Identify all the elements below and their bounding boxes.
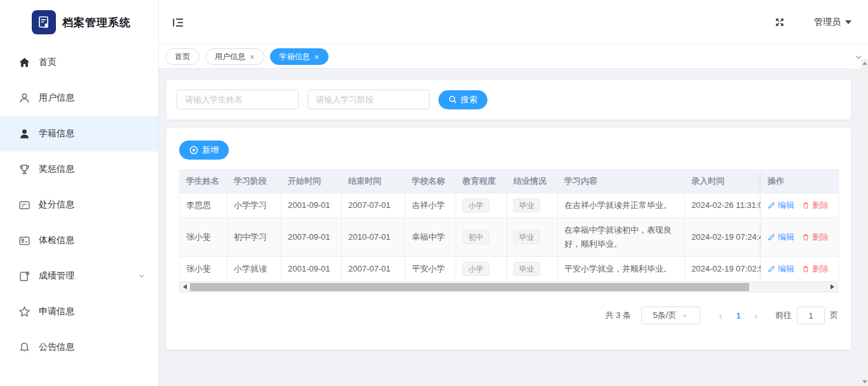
cell-start-date: 2001-09-01 <box>281 257 342 282</box>
sidebar-item-users[interactable]: 用户信息 <box>0 80 158 116</box>
trash-icon <box>802 233 810 241</box>
sidebar-item-announcements[interactable]: 公告信息 <box>0 329 158 365</box>
records-table: 学生姓名 学习阶段 开始时间 结束时间 学校名称 教育程度 结业情况 学习内容 … <box>179 169 839 282</box>
scroll-down-arrow-icon[interactable] <box>862 380 867 383</box>
sidebar-menu: 首页 用户信息 学籍信息 奖惩信息 处分信息 体检信息 <box>0 45 158 386</box>
table-header-row: 学生姓名 学习阶段 开始时间 结束时间 学校名称 教育程度 结业情况 学习内容 … <box>180 170 839 193</box>
page-size-value: 5条/页 <box>653 310 677 321</box>
prev-page-button[interactable]: ‹ <box>712 307 729 324</box>
edit-button[interactable]: 编辑 <box>768 230 794 244</box>
completion-tag: 毕业 <box>513 198 540 212</box>
scroll-up-arrow-icon[interactable] <box>862 62 867 65</box>
tab-user-info[interactable]: 用户信息 × <box>205 48 264 65</box>
education-level-tag: 小学 <box>463 262 489 276</box>
app-title: 档案管理系统 <box>62 15 131 30</box>
sidebar-item-label: 学籍信息 <box>39 128 74 139</box>
next-page-button[interactable]: › <box>747 307 765 324</box>
cell-study-stage: 初中学习 <box>227 218 281 257</box>
sidebar-item-home[interactable]: 首页 <box>0 45 158 80</box>
education-level-tag: 初中 <box>463 230 489 244</box>
sidebar-item-grades[interactable]: 成绩管理 <box>0 258 158 294</box>
goto-page-input[interactable] <box>797 307 825 324</box>
col-school: 学校名称 <box>405 170 456 193</box>
document-icon <box>18 270 31 282</box>
content: 搜索 新增 学生姓名 <box>159 69 868 386</box>
bell-icon <box>18 341 31 354</box>
tabbar: 首页 用户信息 × 学籍信息 × <box>159 45 868 69</box>
tab-label: 学籍信息 <box>280 52 310 62</box>
scroll-left-arrow-icon[interactable] <box>183 284 187 289</box>
sidebar-item-label: 成绩管理 <box>39 270 74 282</box>
sidebar-collapse-button[interactable] <box>173 18 184 27</box>
cell-education-level: 小学 <box>456 257 507 282</box>
scroll-right-arrow-icon[interactable] <box>831 284 834 289</box>
cell-end-date: 2010-07-01 <box>342 218 405 257</box>
user-menu[interactable]: 管理员 <box>814 17 851 28</box>
user-filled-icon <box>18 128 31 140</box>
cell-end-date: 2007-07-01 <box>342 193 405 218</box>
fullscreen-button[interactable] <box>775 17 785 27</box>
tab-close-icon[interactable]: × <box>315 53 320 61</box>
star-icon <box>18 306 31 318</box>
col-actions: 操作 <box>761 170 839 193</box>
pen-icon <box>768 233 775 241</box>
edit-button[interactable]: 编辑 <box>768 198 794 212</box>
sidebar-item-student-records[interactable]: 学籍信息 <box>0 116 158 151</box>
delete-button[interactable]: 删除 <box>802 198 829 212</box>
cell-start-date: 2001-09-01 <box>281 193 342 218</box>
cell-study-content: 平安小学就业，并顺利毕业。 <box>558 257 685 282</box>
pagination-total: 共 3 条 <box>606 310 631 321</box>
table-horizontal-scrollbar[interactable] <box>179 282 838 293</box>
tab-home[interactable]: 首页 <box>165 48 200 65</box>
table-panel: 新增 学生姓名 学习阶段 开始时间 结束时间 学校名 <box>166 128 851 350</box>
chevron-down-icon <box>138 272 146 280</box>
student-name-input[interactable] <box>177 90 299 109</box>
col-completion: 结业情况 <box>507 170 558 193</box>
cell-end-date: 2007-07-01 <box>342 257 405 282</box>
delete-button[interactable]: 删除 <box>802 262 829 276</box>
cell-study-stage: 小学学习 <box>227 193 281 218</box>
sidebar-item-rewards[interactable]: 奖惩信息 <box>0 151 158 187</box>
col-created-time: 录入时间 <box>685 170 761 193</box>
sidebar-item-punishments[interactable]: 处分信息 <box>0 187 158 223</box>
sidebar-item-label: 首页 <box>39 57 57 68</box>
tab-label: 用户信息 <box>215 52 245 62</box>
cell-school: 吉祥小学 <box>405 193 456 218</box>
sidebar-item-label: 体检信息 <box>39 235 74 246</box>
page-number-1[interactable]: 1 <box>729 307 747 324</box>
delete-button[interactable]: 删除 <box>802 230 829 244</box>
goto-label: 前往 <box>775 310 792 321</box>
app-root: 档案管理系统 首页 用户信息 学籍信息 奖惩信息 处分信息 <box>0 0 868 386</box>
sidebar-item-label: 处分信息 <box>39 199 74 210</box>
education-level-tag: 小学 <box>463 198 489 212</box>
sidebar-item-label: 用户信息 <box>39 92 74 104</box>
plus-circle-icon <box>189 146 198 155</box>
col-study-content: 学习内容 <box>558 170 685 193</box>
tab-student-records[interactable]: 学籍信息 × <box>270 48 329 65</box>
cell-school: 平安小学 <box>405 257 456 282</box>
cell-education-level: 初中 <box>456 218 507 257</box>
completion-tag: 毕业 <box>513 230 540 244</box>
cell-student-name: 张小斐 <box>180 257 227 282</box>
fullscreen-icon <box>775 17 785 27</box>
search-icon <box>449 95 457 104</box>
scrollbar-thumb[interactable] <box>190 283 749 291</box>
tab-close-icon[interactable]: × <box>250 53 255 61</box>
table-row: 张小斐 初中学习 2007-09-01 2010-07-01 幸福中学 初中 毕… <box>180 218 839 257</box>
card-lines-icon <box>18 199 31 211</box>
search-button[interactable]: 搜索 <box>438 90 487 109</box>
search-panel: 搜索 <box>166 79 851 120</box>
sidebar: 档案管理系统 首页 用户信息 学籍信息 奖惩信息 处分信息 <box>0 0 159 386</box>
edit-button[interactable]: 编辑 <box>768 262 794 276</box>
topbar: 管理员 <box>159 0 868 45</box>
page-size-select[interactable]: 5条/页 <box>641 307 700 324</box>
trash-icon <box>802 202 810 209</box>
add-button[interactable]: 新增 <box>179 141 229 160</box>
sidebar-item-applications[interactable]: 申请信息 <box>0 294 158 329</box>
study-stage-input[interactable] <box>308 90 430 109</box>
page-vertical-scrollbar[interactable] <box>861 59 868 386</box>
user-menu-label: 管理员 <box>814 17 841 28</box>
completion-tag: 毕业 <box>513 262 540 276</box>
search-button-label: 搜索 <box>461 94 477 106</box>
sidebar-item-medical[interactable]: 体检信息 <box>0 223 158 258</box>
